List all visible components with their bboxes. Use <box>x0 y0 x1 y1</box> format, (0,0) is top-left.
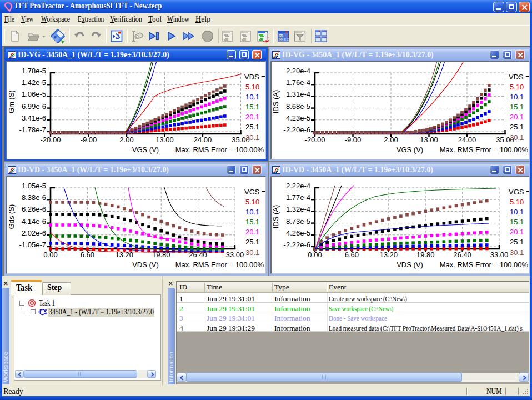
svg-text:6.60: 6.60 <box>81 251 94 259</box>
svg-text:24.00: 24.00 <box>194 136 212 144</box>
svg-text:13.20: 13.20 <box>116 251 134 259</box>
svg-text:25.1: 25.1 <box>510 238 524 246</box>
svg-text:VGS (V): VGS (V) <box>132 146 159 154</box>
svg-text:1.32e-4: 1.32e-4 <box>286 205 310 213</box>
svg-text:2.00: 2.00 <box>384 136 398 144</box>
svg-text:1.31e-4: 1.31e-4 <box>286 90 310 98</box>
svg-text:-1.78e-7: -1.78e-7 <box>19 126 46 134</box>
svg-text:10.1: 10.1 <box>245 208 259 216</box>
svg-text:20.1: 20.1 <box>245 228 259 236</box>
svg-text:15.1: 15.1 <box>510 218 524 226</box>
svg-text:15.1: 15.1 <box>245 103 259 111</box>
svg-text:13.00: 13.00 <box>155 136 174 144</box>
svg-text:20.1: 20.1 <box>510 113 524 121</box>
svg-text:10.1: 10.1 <box>245 93 259 101</box>
svg-text:Max. RMS Error = 100.00%: Max. RMS Error = 100.00% <box>175 261 264 269</box>
svg-text:19.80: 19.80 <box>152 251 170 259</box>
svg-text:Gm (S): Gm (S) <box>7 90 16 113</box>
svg-text:2.22e-4: 2.22e-4 <box>286 182 310 190</box>
svg-text:33.00: 33.00 <box>490 251 509 259</box>
svg-text:-20.00: -20.00 <box>305 136 325 144</box>
svg-text:Gds (S): Gds (S) <box>7 204 16 229</box>
svg-text:8.38e-6: 8.38e-6 <box>22 193 46 202</box>
svg-text:5.10: 5.10 <box>510 198 524 206</box>
svg-text:6.26e-6: 6.26e-6 <box>22 205 46 213</box>
svg-text:19.80: 19.80 <box>416 251 435 259</box>
svg-text:Max. RMS Error = 100.00%: Max. RMS Error = 100.00% <box>440 146 529 154</box>
svg-text:-1.05e-7: -1.05e-7 <box>19 241 46 249</box>
svg-text:1.78e-5: 1.78e-5 <box>22 67 46 75</box>
svg-text:2.02e-6: 2.02e-6 <box>22 229 46 237</box>
svg-text:1.76e-4: 1.76e-4 <box>286 78 310 87</box>
svg-text:-9.00: -9.00 <box>345 136 362 144</box>
svg-text:30.1: 30.1 <box>245 248 259 257</box>
svg-text:10.1: 10.1 <box>510 208 524 216</box>
svg-text:5.10: 5.10 <box>245 83 259 91</box>
svg-text:6.60: 6.60 <box>345 251 359 259</box>
svg-text:30.1: 30.1 <box>510 248 524 257</box>
svg-text:VDS (V): VDS (V) <box>132 261 159 269</box>
svg-text:VDS =: VDS = <box>244 73 265 81</box>
svg-text:5.10: 5.10 <box>510 83 524 91</box>
svg-text:26.40: 26.40 <box>453 251 471 259</box>
svg-text:4.23e-5: 4.23e-5 <box>286 114 310 122</box>
svg-text:4.14e-6: 4.14e-6 <box>22 217 46 226</box>
svg-text:Max. RMS Error = 100.00%: Max. RMS Error = 100.00% <box>440 261 529 269</box>
svg-text:-2.20e-6: -2.20e-6 <box>284 126 310 134</box>
svg-text:33.00: 33.00 <box>226 251 244 259</box>
svg-text:VDS (V): VDS (V) <box>397 261 423 269</box>
svg-text:-9.00: -9.00 <box>81 136 97 144</box>
svg-text:VGS =: VGS = <box>244 188 266 196</box>
svg-text:IDS (A): IDS (A) <box>272 90 280 114</box>
svg-text:24.00: 24.00 <box>458 136 476 144</box>
svg-text:Max. RMS Error = 100.00%: Max. RMS Error = 100.00% <box>175 146 264 154</box>
svg-text:26.40: 26.40 <box>189 251 207 259</box>
svg-text:-2.22e-6: -2.22e-6 <box>284 241 310 249</box>
svg-text:13.20: 13.20 <box>380 251 398 259</box>
svg-text:E.2: E.2 <box>284 38 289 41</box>
svg-text:13.00: 13.00 <box>420 136 438 144</box>
svg-text:D2: D2 <box>279 38 283 41</box>
svg-text:2.00: 2.00 <box>119 136 133 144</box>
svg-text:30.1: 30.1 <box>510 133 524 142</box>
svg-text:4.26e-5: 4.26e-5 <box>286 229 310 237</box>
svg-text:0.00: 0.00 <box>308 251 322 259</box>
svg-text:8.73e-5: 8.73e-5 <box>286 217 310 226</box>
svg-text:15.1: 15.1 <box>245 218 259 226</box>
svg-text:VDS =: VDS = <box>509 73 529 81</box>
svg-text:25.1: 25.1 <box>245 238 259 246</box>
svg-text:0.00: 0.00 <box>43 251 57 259</box>
svg-text:20.1: 20.1 <box>510 228 524 236</box>
svg-text:IDS (A): IDS (A) <box>272 205 280 229</box>
svg-text:VGS (V): VGS (V) <box>397 146 423 154</box>
svg-text:6.99e-6: 6.99e-6 <box>22 102 46 111</box>
svg-text:30.1: 30.1 <box>245 133 259 142</box>
svg-text:3.41e-6: 3.41e-6 <box>22 114 46 122</box>
svg-text:25.1: 25.1 <box>245 123 259 131</box>
svg-text:5.10: 5.10 <box>245 198 259 206</box>
svg-text:2.20e-4: 2.20e-4 <box>286 67 310 75</box>
svg-text:15.1: 15.1 <box>510 103 524 111</box>
svg-text:1.77e-4: 1.77e-4 <box>286 193 310 202</box>
svg-text:10.1: 10.1 <box>510 93 524 101</box>
svg-text:1.06e-5: 1.06e-5 <box>22 90 46 98</box>
svg-text:1.05e-5: 1.05e-5 <box>22 182 46 190</box>
svg-text:-20.00: -20.00 <box>41 136 61 144</box>
svg-text:8.68e-5: 8.68e-5 <box>286 102 310 111</box>
svg-text:25.1: 25.1 <box>510 123 524 131</box>
svg-text:20.1: 20.1 <box>245 113 259 121</box>
svg-text:1.42e-5: 1.42e-5 <box>22 78 46 87</box>
svg-text:VGS =: VGS = <box>509 188 529 196</box>
